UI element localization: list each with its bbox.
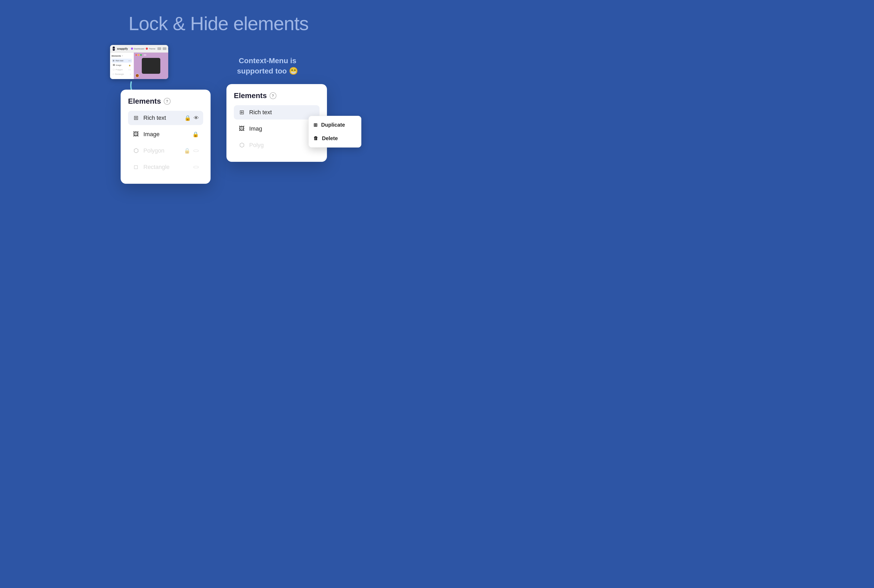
mini-item-polygon-actions: ∧∨ [128,69,131,71]
mini-nav-dashboard: Dashboard [131,48,144,50]
mini-item-polygon: ⬡ Polygon ∧∨ [112,68,132,72]
richtext-icon: ⊞ [132,114,140,122]
polygon-eye-icon[interactable] [193,148,199,154]
mini-titlebar: <> snappify Dashboard Theme [110,45,168,52]
right-richtext-icon: ⊞ [238,109,245,116]
right-polygon-icon: ⬡ [238,142,245,148]
context-menu: ⊞ Duplicate 🗑 Delete [308,116,361,147]
left-panel-header: Elements ? [128,97,203,105]
context-menu-description: Context-Menu issupported too 😁 [227,50,309,76]
mini-item-image: 🖼 Image 🔒 [112,63,132,67]
right-panel-title: Elements [234,92,267,100]
left-help-icon[interactable]: ? [164,98,171,105]
mini-app-name: snappify [117,47,128,50]
context-menu-duplicate[interactable]: ⊞ Duplicate [309,118,361,132]
mini-sidebar: Elements ? ⊞ Rich text •• • 🖼 Image [110,52,134,79]
mini-item-richtext-actions: •• • [129,60,131,62]
left-side: <> snappify Dashboard Theme [110,45,210,184]
richtext-label: Rich text [143,114,181,122]
right-item-polygon[interactable]: ⬡ Polyg [234,138,320,152]
mini-item-image-actions: 🔒 [129,64,131,66]
dot-red [135,54,137,56]
mini-item-rectangle-actions: ∨ [130,73,131,75]
image-icon: 🖼 [132,131,140,138]
plus-icon [144,54,146,56]
mini-nav-icons [158,47,168,50]
mini-icon-3 [168,47,168,50]
richtext-actions: 🔒 👁 [185,115,199,121]
mini-canvas [134,52,168,79]
right-polygon-label: Polyg [249,142,315,148]
mini-icon-1 [158,47,161,50]
polygon-icon: ⬡ [132,147,140,154]
image-actions: 🔒 [192,131,199,138]
mini-logo: <> [113,46,115,51]
mini-canvas-inner [142,58,160,74]
rectangle-actions [193,164,199,170]
polygon-label: Polygon [143,147,180,154]
mini-nav: Dashboard Theme [131,48,155,50]
rectangle-label: Rectangle [143,164,189,171]
image-label: Image [143,131,189,138]
right-richtext-label: Rich text [249,109,315,116]
polygon-actions: 🔒 [184,147,199,154]
dot-yellow [138,54,140,56]
rectangle-eye-icon[interactable] [193,164,199,170]
mini-canvas-controls [135,54,146,56]
mini-item-rectangle: □ Rectangle ∨ [112,72,132,76]
duplicate-icon: ⊞ [314,122,317,128]
left-elements-panel: Elements ? ⊞ Rich text 🔒 👁 🖼 Image � [121,90,210,184]
right-elements-panel: Elements ? ⊞ Rich text 🖼 Imag ⬡ Polyg [227,84,327,162]
left-item-polygon[interactable]: ⬡ Polygon 🔒 [128,144,203,158]
right-side: Context-Menu issupported too 😁 Elements … [227,45,327,162]
right-panel-header: Elements ? [234,92,320,100]
mini-app-screenshot: <> snappify Dashboard Theme [110,45,168,79]
left-item-richtext[interactable]: ⊞ Rich text 🔒 👁 [128,111,203,125]
content-area: <> snappify Dashboard Theme [0,45,437,184]
lock-icon[interactable]: 🔒 [185,115,191,121]
right-image-icon: 🖼 [238,125,245,132]
left-item-image[interactable]: 🖼 Image 🔒 [128,127,203,141]
right-help-icon[interactable]: ? [270,92,276,99]
delete-label: Delete [322,135,338,141]
mini-sidebar-title: Elements ? [112,55,132,57]
rectangle-icon: □ [132,164,140,171]
page-title: Lock & Hide elements [0,0,437,45]
left-item-rectangle[interactable]: □ Rectangle [128,160,203,174]
right-image-label: Imag [249,125,315,132]
mini-avatar [135,74,139,78]
duplicate-label: Duplicate [321,122,345,128]
right-item-image[interactable]: 🖼 Imag [234,122,320,136]
mini-item-richtext: ⊞ Rich text •• • [112,59,132,63]
context-menu-delete[interactable]: 🗑 Delete [309,132,361,145]
mini-icon-2 [163,47,167,50]
delete-icon: 🗑 [314,136,318,141]
polygon-lock-icon[interactable]: 🔒 [184,147,191,154]
dot-green [140,54,142,56]
mini-content: Elements ? ⊞ Rich text •• • 🖼 Image [110,52,168,79]
image-lock-icon[interactable]: 🔒 [192,131,199,138]
right-item-richtext[interactable]: ⊞ Rich text [234,105,320,120]
mini-nav-theme: Theme [146,48,155,50]
eye-icon[interactable]: 👁 [194,115,199,121]
left-panel-title: Elements [128,97,161,105]
